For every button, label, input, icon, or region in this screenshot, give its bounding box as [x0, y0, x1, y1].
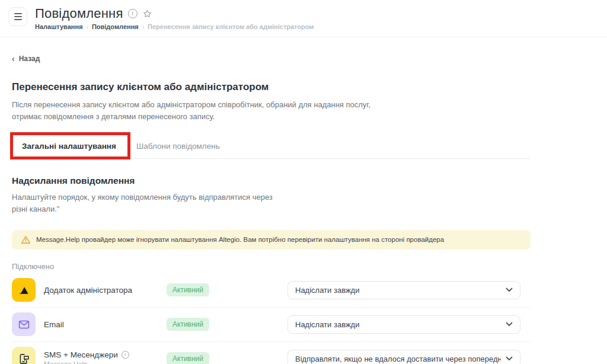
section-heading: Надсилання повідомлення: [12, 175, 531, 186]
channel-send-mode-select[interactable]: Надіслати завжди: [287, 281, 520, 299]
chevron-down-icon: [506, 322, 513, 327]
favorite-star-icon[interactable]: [142, 9, 152, 19]
channel-provider: Message.Help: [44, 360, 167, 364]
breadcrumb-separator: ›: [142, 24, 144, 30]
channel-name: SMS + Месенджери: [44, 350, 118, 359]
channel-row-sms: SMS + Месенджери i Message.Help Активний…: [12, 342, 531, 364]
tab-bar: Загальні налаштування Шаблони повідомлен…: [12, 134, 531, 159]
back-link[interactable]: ‹ Назад: [12, 55, 40, 63]
page-title: Повідомлення: [35, 6, 123, 21]
chevron-left-icon: ‹: [12, 55, 15, 63]
status-badge: Активний: [167, 283, 209, 296]
select-value: Надіслати завжди: [295, 286, 501, 295]
breadcrumb: Налаштування › Повідомлення › Перенесенн…: [35, 23, 314, 30]
channel-name: Email: [44, 320, 167, 329]
info-icon[interactable]: i: [128, 9, 138, 18]
chevron-down-icon: [506, 288, 513, 292]
warning-text: Message.Help провайдер може ігнорувати н…: [36, 236, 444, 243]
select-value: Відправляти, якщо не вдалося доставити ч…: [295, 355, 501, 363]
back-link-label: Назад: [19, 55, 40, 63]
select-value: Надіслати завжди: [295, 320, 501, 329]
chevron-down-icon: [506, 356, 513, 361]
channel-row-email: Email Активний Надіслати завжди: [12, 308, 531, 342]
status-badge: Активний: [167, 318, 209, 331]
channel-row-admin-app: Додаток адміністратора Активний Надіслат…: [12, 273, 531, 308]
hamburger-menu-button[interactable]: [8, 7, 27, 26]
tab-general-settings-label: Загальні налаштування: [22, 142, 116, 151]
channel-name: Додаток адміністратора: [44, 286, 167, 295]
connected-label: Підключено: [12, 262, 531, 271]
info-icon[interactable]: i: [122, 351, 129, 359]
breadcrumb-current: Перенесення запису клієнтом або адмініст…: [148, 23, 314, 30]
page-description: Після перенесення запису клієнтом або ад…: [12, 99, 379, 123]
email-envelope-icon: [12, 312, 36, 336]
sms-messenger-icon: [12, 347, 36, 364]
breadcrumb-notifications[interactable]: Повідомлення: [92, 23, 139, 30]
breadcrumb-separator: ›: [87, 24, 88, 30]
page-heading: Перенесення запису клієнтом або адмініст…: [12, 81, 531, 93]
channel-send-mode-select[interactable]: Надіслати завжди: [287, 315, 520, 334]
tab-message-templates-label: Шаблони повідомлень: [136, 142, 220, 151]
warning-triangle-icon: [21, 235, 31, 244]
admin-app-icon: [12, 278, 36, 302]
warning-banner: Message.Help провайдер може ігнорувати н…: [12, 230, 531, 250]
tab-general-settings[interactable]: Загальні налаштування: [12, 134, 126, 158]
tab-message-templates[interactable]: Шаблони повідомлень: [126, 134, 230, 158]
breadcrumb-settings[interactable]: Налаштування: [35, 23, 83, 30]
status-badge: Активний: [167, 352, 209, 364]
top-header: Повідомлення i Налаштування › Повідомлен…: [0, 0, 607, 37]
section-description: Налаштуйте порядок, у якому повідомлення…: [12, 191, 296, 215]
channel-send-mode-select[interactable]: Відправляти, якщо не вдалося доставити ч…: [287, 350, 520, 364]
